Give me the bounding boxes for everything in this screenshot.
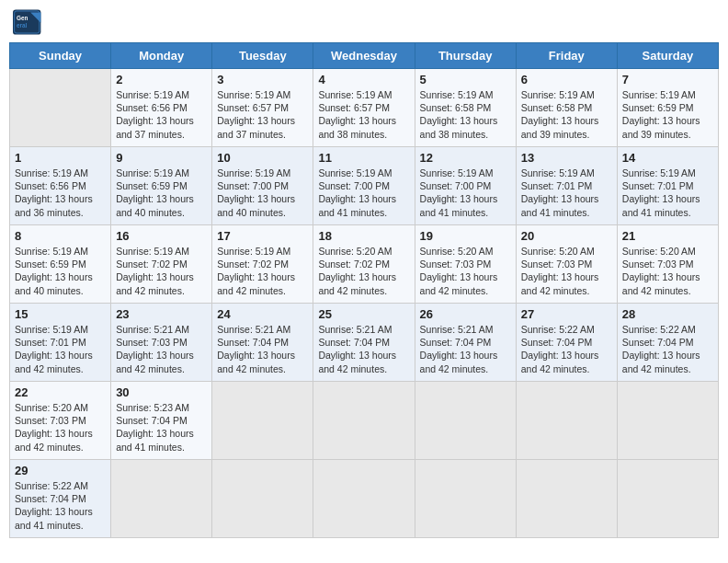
day-info: Sunrise: 5:19 AMSunset: 7:01 PMDaylight:… (622, 167, 713, 219)
weekday-header-sunday: Sunday (10, 43, 111, 69)
day-number: 16 (116, 229, 207, 243)
calendar-cell: 9Sunrise: 5:19 AMSunset: 6:59 PMDaylight… (111, 147, 212, 225)
calendar-cell (313, 382, 415, 460)
calendar-body: 2Sunrise: 5:19 AMSunset: 6:56 PMDaylight… (10, 69, 719, 538)
day-info: Sunrise: 5:19 AMSunset: 6:57 PMDaylight:… (318, 88, 409, 141)
calendar-cell: 15Sunrise: 5:19 AMSunset: 7:01 PMDayligh… (10, 304, 111, 382)
day-number: 2 (116, 73, 207, 86)
day-number: 14 (622, 151, 713, 165)
day-number: 12 (420, 151, 511, 165)
calendar-cell: 25Sunrise: 5:21 AMSunset: 7:04 PMDayligh… (313, 304, 415, 382)
calendar-cell: 8Sunrise: 5:19 AMSunset: 6:59 PMDaylight… (10, 225, 111, 304)
day-info: Sunrise: 5:21 AMSunset: 7:04 PMDaylight:… (420, 323, 511, 375)
calendar-cell: 4Sunrise: 5:19 AMSunset: 6:57 PMDaylight… (313, 69, 415, 147)
calendar-cell: 23Sunrise: 5:21 AMSunset: 7:03 PMDayligh… (111, 304, 212, 382)
day-number: 28 (622, 307, 713, 321)
calendar-cell: 14Sunrise: 5:19 AMSunset: 7:01 PMDayligh… (617, 147, 718, 225)
day-info: Sunrise: 5:19 AMSunset: 7:01 PMDaylight:… (15, 323, 106, 375)
day-info: Sunrise: 5:19 AMSunset: 7:00 PMDaylight:… (420, 167, 511, 219)
calendar-cell: 21Sunrise: 5:20 AMSunset: 7:03 PMDayligh… (617, 225, 718, 304)
day-number: 10 (217, 151, 308, 165)
calendar-cell: 6Sunrise: 5:19 AMSunset: 6:58 PMDaylight… (516, 69, 617, 147)
logo-icon: Gen eral (13, 9, 42, 35)
calendar-week-row: 8Sunrise: 5:19 AMSunset: 6:59 PMDaylight… (10, 225, 719, 304)
calendar-cell: 20Sunrise: 5:20 AMSunset: 7:03 PMDayligh… (516, 225, 617, 304)
calendar-cell: 26Sunrise: 5:21 AMSunset: 7:04 PMDayligh… (415, 304, 516, 382)
calendar-cell: 30Sunrise: 5:23 AMSunset: 7:04 PMDayligh… (111, 382, 212, 460)
day-number: 29 (15, 464, 106, 477)
day-number: 18 (318, 229, 409, 243)
day-number: 27 (521, 307, 612, 321)
day-number: 24 (217, 307, 308, 321)
calendar-cell (617, 460, 718, 538)
day-info: Sunrise: 5:19 AMSunset: 7:00 PMDaylight:… (217, 167, 308, 219)
calendar-cell: 24Sunrise: 5:21 AMSunset: 7:04 PMDayligh… (212, 304, 313, 382)
calendar-cell (415, 460, 516, 538)
day-info: Sunrise: 5:23 AMSunset: 7:04 PMDaylight:… (116, 401, 207, 454)
day-info: Sunrise: 5:19 AMSunset: 6:59 PMDaylight:… (116, 167, 207, 219)
calendar-cell: 22Sunrise: 5:20 AMSunset: 7:03 PMDayligh… (10, 382, 111, 460)
weekday-header-saturday: Saturday (617, 43, 718, 69)
calendar-cell: 1Sunrise: 5:19 AMSunset: 6:56 PMDaylight… (10, 147, 111, 225)
day-number: 3 (217, 73, 308, 86)
calendar-header-row: SundayMondayTuesdayWednesdayThursdayFrid… (10, 43, 719, 69)
calendar-week-row: 22Sunrise: 5:20 AMSunset: 7:03 PMDayligh… (10, 382, 719, 460)
weekday-header-tuesday: Tuesday (212, 43, 313, 69)
day-info: Sunrise: 5:19 AMSunset: 7:02 PMDaylight:… (217, 245, 308, 297)
day-number: 17 (217, 229, 308, 243)
day-info: Sunrise: 5:22 AMSunset: 7:04 PMDaylight:… (15, 479, 106, 532)
day-number: 15 (15, 307, 106, 321)
day-info: Sunrise: 5:22 AMSunset: 7:04 PMDaylight:… (622, 323, 713, 375)
calendar-cell (415, 382, 516, 460)
day-number: 9 (116, 151, 207, 165)
calendar-cell (10, 69, 111, 147)
calendar-cell: 16Sunrise: 5:19 AMSunset: 7:02 PMDayligh… (111, 225, 212, 304)
day-number: 20 (521, 229, 612, 243)
calendar-cell: 2Sunrise: 5:19 AMSunset: 6:56 PMDaylight… (111, 69, 212, 147)
day-info: Sunrise: 5:19 AMSunset: 7:00 PMDaylight:… (318, 167, 409, 219)
day-info: Sunrise: 5:21 AMSunset: 7:04 PMDaylight:… (318, 323, 409, 375)
calendar-cell (617, 382, 718, 460)
calendar-cell (212, 382, 313, 460)
day-info: Sunrise: 5:19 AMSunset: 6:58 PMDaylight:… (521, 88, 612, 141)
day-info: Sunrise: 5:19 AMSunset: 6:56 PMDaylight:… (15, 167, 106, 219)
day-number: 5 (420, 73, 511, 86)
calendar-cell: 13Sunrise: 5:19 AMSunset: 7:01 PMDayligh… (516, 147, 617, 225)
day-number: 22 (15, 385, 106, 399)
day-number: 30 (116, 385, 207, 399)
day-number: 19 (420, 229, 511, 243)
logo: Gen eral (13, 9, 46, 35)
calendar-cell: 29Sunrise: 5:22 AMSunset: 7:04 PMDayligh… (10, 460, 111, 538)
svg-text:Gen: Gen (17, 15, 28, 21)
calendar-week-row: 1Sunrise: 5:19 AMSunset: 6:56 PMDaylight… (10, 147, 719, 225)
weekday-header-friday: Friday (516, 43, 617, 69)
calendar-cell (516, 460, 617, 538)
day-info: Sunrise: 5:19 AMSunset: 7:02 PMDaylight:… (116, 245, 207, 297)
day-info: Sunrise: 5:19 AMSunset: 6:56 PMDaylight:… (116, 88, 207, 141)
day-info: Sunrise: 5:20 AMSunset: 7:03 PMDaylight:… (420, 245, 511, 297)
calendar-cell: 18Sunrise: 5:20 AMSunset: 7:02 PMDayligh… (313, 225, 415, 304)
calendar-cell: 5Sunrise: 5:19 AMSunset: 6:58 PMDaylight… (415, 69, 516, 147)
day-number: 25 (318, 307, 409, 321)
day-info: Sunrise: 5:19 AMSunset: 6:58 PMDaylight:… (420, 88, 511, 141)
weekday-header-monday: Monday (111, 43, 212, 69)
svg-text:eral: eral (17, 22, 28, 29)
calendar-table: SundayMondayTuesdayWednesdayThursdayFrid… (9, 42, 719, 538)
day-number: 13 (521, 151, 612, 165)
header: Gen eral (9, 9, 719, 35)
day-info: Sunrise: 5:20 AMSunset: 7:03 PMDaylight:… (622, 245, 713, 297)
calendar-cell (212, 460, 313, 538)
day-info: Sunrise: 5:20 AMSunset: 7:03 PMDaylight:… (15, 401, 106, 454)
day-number: 23 (116, 307, 207, 321)
day-info: Sunrise: 5:20 AMSunset: 7:03 PMDaylight:… (521, 245, 612, 297)
day-number: 1 (15, 151, 106, 165)
day-number: 4 (318, 73, 409, 86)
calendar-cell: 10Sunrise: 5:19 AMSunset: 7:00 PMDayligh… (212, 147, 313, 225)
calendar-cell (111, 460, 212, 538)
calendar-cell: 11Sunrise: 5:19 AMSunset: 7:00 PMDayligh… (313, 147, 415, 225)
calendar-cell: 27Sunrise: 5:22 AMSunset: 7:04 PMDayligh… (516, 304, 617, 382)
weekday-header-thursday: Thursday (415, 43, 516, 69)
calendar-week-row: 2Sunrise: 5:19 AMSunset: 6:56 PMDaylight… (10, 69, 719, 147)
calendar-week-row: 29Sunrise: 5:22 AMSunset: 7:04 PMDayligh… (10, 460, 719, 538)
day-info: Sunrise: 5:19 AMSunset: 6:59 PMDaylight:… (622, 88, 713, 141)
